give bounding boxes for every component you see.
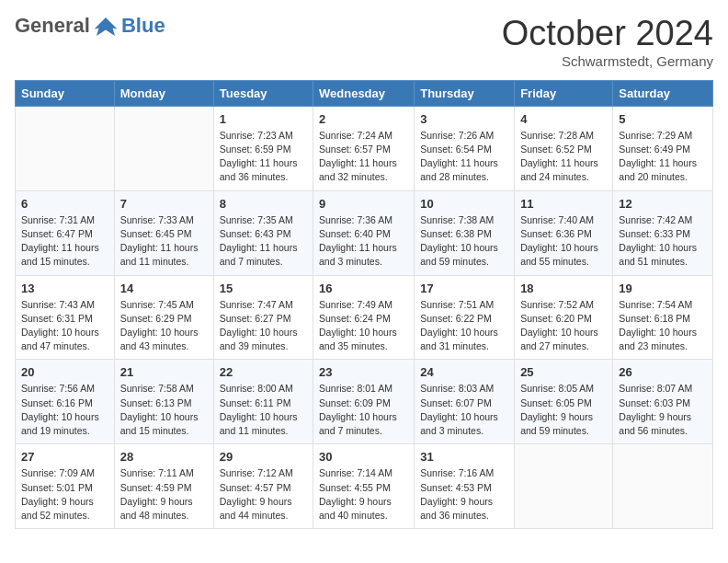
calendar-day-cell: 25Sunrise: 8:05 AM Sunset: 6:05 PM Dayli…	[515, 360, 613, 444]
day-number: 18	[520, 282, 607, 295]
calendar-body: 1Sunrise: 7:23 AM Sunset: 6:59 PM Daylig…	[16, 106, 713, 528]
calendar-day-cell	[613, 444, 713, 529]
day-number: 9	[319, 197, 408, 211]
weekday-header-cell: Saturday	[613, 80, 713, 106]
day-info: Sunrise: 7:47 AM Sunset: 6:27 PM Dayligh…	[220, 298, 307, 354]
calendar-day-cell: 5Sunrise: 7:29 AM Sunset: 6:49 PM Daylig…	[613, 106, 713, 190]
day-number: 12	[619, 197, 707, 211]
calendar-day-cell: 26Sunrise: 8:07 AM Sunset: 6:03 PM Dayli…	[613, 360, 713, 444]
day-info: Sunrise: 7:43 AM Sunset: 6:31 PM Dayligh…	[21, 298, 108, 354]
weekday-header-row: SundayMondayTuesdayWednesdayThursdayFrid…	[16, 80, 713, 106]
calendar-week-row: 27Sunrise: 7:09 AM Sunset: 5:01 PM Dayli…	[16, 444, 713, 529]
calendar-day-cell: 18Sunrise: 7:52 AM Sunset: 6:20 PM Dayli…	[515, 275, 613, 360]
day-number: 7	[120, 197, 208, 211]
weekday-header-cell: Wednesday	[313, 80, 415, 106]
day-number: 26	[619, 365, 707, 379]
calendar-day-cell: 12Sunrise: 7:42 AM Sunset: 6:33 PM Dayli…	[613, 190, 713, 275]
day-number: 16	[319, 282, 408, 295]
calendar-day-cell: 21Sunrise: 7:58 AM Sunset: 6:13 PM Dayli…	[114, 360, 213, 444]
day-number: 17	[420, 282, 508, 295]
weekday-header-cell: Monday	[114, 80, 213, 106]
calendar-day-cell: 9Sunrise: 7:36 AM Sunset: 6:40 PM Daylig…	[313, 190, 415, 275]
calendar-day-cell: 28Sunrise: 7:11 AM Sunset: 4:59 PM Dayli…	[114, 444, 213, 529]
day-info: Sunrise: 7:26 AM Sunset: 6:54 PM Dayligh…	[420, 129, 508, 185]
title-block: October 2024 Schwarmstedt, Germany	[502, 15, 713, 69]
day-number: 20	[21, 365, 108, 379]
day-info: Sunrise: 8:00 AM Sunset: 6:11 PM Dayligh…	[220, 382, 307, 438]
day-info: Sunrise: 7:54 AM Sunset: 6:18 PM Dayligh…	[619, 298, 707, 354]
day-info: Sunrise: 7:49 AM Sunset: 6:24 PM Dayligh…	[319, 298, 408, 354]
day-number: 21	[120, 365, 208, 379]
day-info: Sunrise: 7:51 AM Sunset: 6:22 PM Dayligh…	[420, 298, 508, 354]
weekday-header-cell: Thursday	[415, 80, 515, 106]
calendar-day-cell: 4Sunrise: 7:28 AM Sunset: 6:52 PM Daylig…	[515, 106, 613, 190]
day-info: Sunrise: 7:14 AM Sunset: 4:55 PM Dayligh…	[319, 466, 408, 523]
day-info: Sunrise: 7:38 AM Sunset: 6:38 PM Dayligh…	[420, 213, 508, 270]
day-info: Sunrise: 7:11 AM Sunset: 4:59 PM Dayligh…	[120, 466, 208, 523]
calendar-week-row: 20Sunrise: 7:56 AM Sunset: 6:16 PM Dayli…	[16, 360, 713, 444]
day-number: 22	[220, 365, 307, 379]
day-info: Sunrise: 7:12 AM Sunset: 4:57 PM Dayligh…	[220, 466, 307, 523]
day-number: 15	[220, 282, 307, 295]
calendar-day-cell: 24Sunrise: 8:03 AM Sunset: 6:07 PM Dayli…	[415, 360, 515, 444]
calendar-day-cell: 7Sunrise: 7:33 AM Sunset: 6:45 PM Daylig…	[114, 190, 213, 275]
weekday-header-cell: Sunday	[16, 80, 115, 106]
calendar-day-cell	[515, 444, 613, 529]
day-number: 19	[619, 282, 707, 295]
weekday-header-cell: Tuesday	[213, 80, 313, 106]
calendar-day-cell	[114, 106, 213, 190]
calendar-day-cell: 11Sunrise: 7:40 AM Sunset: 6:36 PM Dayli…	[515, 190, 613, 275]
calendar-week-row: 6Sunrise: 7:31 AM Sunset: 6:47 PM Daylig…	[16, 190, 713, 275]
day-number: 29	[220, 450, 307, 464]
location: Schwarmstedt, Germany	[502, 53, 713, 69]
calendar-day-cell: 2Sunrise: 7:24 AM Sunset: 6:57 PM Daylig…	[313, 106, 415, 190]
calendar-day-cell: 15Sunrise: 7:47 AM Sunset: 6:27 PM Dayli…	[213, 275, 313, 360]
day-number: 8	[220, 197, 307, 211]
day-number: 23	[319, 365, 408, 379]
day-number: 4	[520, 112, 607, 126]
day-info: Sunrise: 7:09 AM Sunset: 5:01 PM Dayligh…	[21, 466, 108, 523]
day-number: 11	[520, 197, 607, 211]
day-info: Sunrise: 7:40 AM Sunset: 6:36 PM Dayligh…	[520, 213, 607, 270]
calendar-week-row: 1Sunrise: 7:23 AM Sunset: 6:59 PM Daylig…	[16, 106, 713, 190]
day-info: Sunrise: 8:05 AM Sunset: 6:05 PM Dayligh…	[520, 382, 607, 438]
logo-text-general: General	[15, 14, 90, 37]
day-number: 30	[319, 450, 408, 464]
day-info: Sunrise: 7:24 AM Sunset: 6:57 PM Dayligh…	[319, 129, 408, 185]
calendar-day-cell: 6Sunrise: 7:31 AM Sunset: 6:47 PM Daylig…	[16, 190, 115, 275]
day-info: Sunrise: 7:58 AM Sunset: 6:13 PM Dayligh…	[120, 382, 208, 438]
day-info: Sunrise: 7:45 AM Sunset: 6:29 PM Dayligh…	[120, 298, 208, 354]
day-info: Sunrise: 7:28 AM Sunset: 6:52 PM Dayligh…	[520, 129, 607, 185]
calendar-day-cell: 27Sunrise: 7:09 AM Sunset: 5:01 PM Dayli…	[16, 444, 115, 529]
day-number: 24	[420, 365, 508, 379]
calendar-day-cell	[16, 106, 115, 190]
calendar-week-row: 13Sunrise: 7:43 AM Sunset: 6:31 PM Dayli…	[16, 275, 713, 360]
day-number: 31	[420, 450, 508, 464]
weekday-header-cell: Friday	[515, 80, 613, 106]
day-info: Sunrise: 7:52 AM Sunset: 6:20 PM Dayligh…	[520, 298, 607, 354]
calendar-day-cell: 29Sunrise: 7:12 AM Sunset: 4:57 PM Dayli…	[213, 444, 313, 529]
calendar-day-cell: 13Sunrise: 7:43 AM Sunset: 6:31 PM Dayli…	[16, 275, 115, 360]
calendar-day-cell: 23Sunrise: 8:01 AM Sunset: 6:09 PM Dayli…	[313, 360, 415, 444]
calendar-day-cell: 8Sunrise: 7:35 AM Sunset: 6:43 PM Daylig…	[213, 190, 313, 275]
calendar-day-cell: 1Sunrise: 7:23 AM Sunset: 6:59 PM Daylig…	[213, 106, 313, 190]
day-number: 6	[21, 197, 108, 211]
calendar-day-cell: 22Sunrise: 8:00 AM Sunset: 6:11 PM Dayli…	[213, 360, 313, 444]
day-number: 3	[420, 112, 508, 126]
day-number: 14	[120, 282, 208, 295]
day-number: 10	[420, 197, 508, 211]
day-info: Sunrise: 7:42 AM Sunset: 6:33 PM Dayligh…	[619, 213, 707, 270]
svg-marker-0	[94, 17, 117, 36]
day-number: 28	[120, 450, 208, 464]
calendar-table: SundayMondayTuesdayWednesdayThursdayFrid…	[15, 80, 713, 529]
day-number: 27	[21, 450, 108, 464]
day-info: Sunrise: 7:29 AM Sunset: 6:49 PM Dayligh…	[619, 129, 707, 185]
logo: General Blue	[15, 15, 165, 39]
logo-text-blue: Blue	[121, 14, 165, 38]
calendar-day-cell: 30Sunrise: 7:14 AM Sunset: 4:55 PM Dayli…	[313, 444, 415, 529]
calendar-day-cell: 31Sunrise: 7:16 AM Sunset: 4:53 PM Dayli…	[415, 444, 515, 529]
calendar-day-cell: 3Sunrise: 7:26 AM Sunset: 6:54 PM Daylig…	[415, 106, 515, 190]
calendar-day-cell: 10Sunrise: 7:38 AM Sunset: 6:38 PM Dayli…	[415, 190, 515, 275]
day-number: 13	[21, 282, 108, 295]
day-info: Sunrise: 7:33 AM Sunset: 6:45 PM Dayligh…	[120, 213, 208, 270]
